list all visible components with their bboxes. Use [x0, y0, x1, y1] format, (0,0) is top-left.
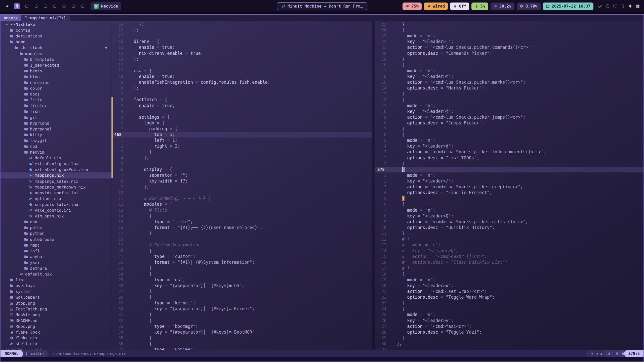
code-line[interactable]: 14 { [111, 213, 372, 219]
code-line[interactable]: 21 action = "<cmd>:set wrap!<cr>"; [375, 289, 643, 294]
tree-item[interactable]: btop [1, 74, 111, 80]
check-icon[interactable] [598, 4, 602, 8]
tree-item[interactable]: default.nix [1, 271, 111, 277]
tree-item[interactable]: chromium [1, 80, 111, 85]
code-line[interactable]: 24 { [375, 27, 643, 33]
editor-pane-right[interactable]: 25 }24 {23 mode = "n";22 key = "<leader>… [375, 21, 643, 350]
code-line[interactable]: 1 } [375, 161, 643, 167]
code-line[interactable]: 29 } [375, 335, 643, 341]
code-line[interactable]: 31 } [111, 312, 372, 318]
code-line[interactable]: 10 [111, 190, 372, 196]
code-line[interactable]: 7 mode = "n"; [375, 207, 643, 213]
code-line[interactable]: 24 { [111, 271, 372, 277]
code-line[interactable]: 22 key = "<leader>:"; [375, 39, 643, 44]
tree-item[interactable]: firefox [1, 103, 111, 109]
code-line[interactable]: 12 # { [375, 236, 643, 242]
code-line[interactable]: 9 }; [111, 184, 372, 190]
code-line[interactable]: 5 [111, 161, 372, 167]
refresh-workspace-icon[interactable] [33, 4, 38, 9]
tree-item[interactable]: rmpc [1, 242, 111, 248]
code-line[interactable]: 1 mode = "n"; [375, 172, 643, 178]
code-line[interactable]: 23 } [111, 265, 372, 271]
code-line[interactable]: 30 key = "{#separator}│ {#keys}≡ Kernel"… [111, 306, 372, 312]
code-line[interactable]: 22 format = "{#1}│ {#}System Information… [111, 259, 372, 265]
code-line[interactable]: 27 action = "<cmd>Yazi<cr>"; [375, 324, 643, 329]
code-line[interactable]: 28 options.desc = "Toggle Yazi"; [375, 329, 643, 335]
tree-root[interactable]: ~/NixFlake [1, 22, 111, 27]
calendar-chip[interactable]: 2025-07-22 16:37 [543, 3, 593, 10]
code-line[interactable]: 379 { [375, 167, 643, 172]
square-workspace-icon[interactable] [80, 4, 85, 9]
code-line[interactable]: 6 fastfetch = { [111, 97, 372, 103]
code-line[interactable]: 17 # } [375, 265, 643, 271]
tree-item[interactable]: hyprpanel [1, 126, 111, 132]
code-line[interactable]: 5 mode = "n"; [375, 138, 643, 143]
tree-item[interactable]: lazygit [1, 138, 111, 144]
tree-item[interactable]: qutebrowser [1, 236, 111, 242]
code-line[interactable]: 20 { [111, 248, 372, 254]
tree-item[interactable]: Rmpc.png [1, 324, 111, 329]
tree-item[interactable]: extraConfigLuaPost.lua [1, 167, 111, 172]
code-line[interactable]: 19 # System Information [111, 242, 372, 248]
code-line[interactable]: 28 { [111, 294, 372, 300]
code-line[interactable]: 468 top = 3; [111, 132, 372, 138]
code-line[interactable]: 25 mode = "n"; [375, 312, 643, 318]
code-line[interactable]: 22 options.desc = "Toggle Word Wrap"; [375, 294, 643, 300]
tree-item[interactable]: lib [1, 277, 111, 283]
code-line[interactable]: 8 options.desc = "Jumps Picker"; [375, 120, 643, 126]
code-line[interactable]: 11 mode = "n"; [375, 103, 643, 109]
code-line[interactable]: 27 } [111, 289, 372, 294]
code-line[interactable]: 2 right = 2; [111, 143, 372, 149]
code-line[interactable]: 20 options.desc = "Commands Picker"; [375, 51, 643, 56]
code-line[interactable]: 1 left = 1; [111, 138, 372, 143]
code-line[interactable]: 17 mode = "n"; [375, 68, 643, 74]
code-line[interactable]: 14 options.desc = "Marks Picker"; [375, 85, 643, 91]
code-line[interactable]: 15 enable = true; [111, 44, 372, 50]
tree-item[interactable]: yazi [1, 260, 111, 265]
code-line[interactable]: 17 } [111, 231, 372, 236]
tree-item[interactable]: waybar [1, 254, 111, 260]
code-line[interactable]: 8 }; [111, 85, 372, 91]
tree-item[interactable]: python [1, 231, 111, 236]
tree-item[interactable]: home [1, 39, 111, 45]
tree-item[interactable]: FastFetch.png [1, 306, 111, 312]
tree-item[interactable]: fcitx [1, 97, 111, 103]
code-line[interactable]: 36 { [111, 341, 372, 347]
code-line[interactable]: 29 type = "kernel"; [111, 300, 372, 306]
code-line[interactable]: 12 [111, 62, 372, 68]
tree-item[interactable]: config [1, 27, 111, 33]
tree-item[interactable]: Btop.png [1, 300, 111, 306]
code-line[interactable]: 2 logo = { [111, 120, 372, 126]
square-workspace-icon[interactable] [43, 4, 48, 9]
code-line[interactable]: 8 key.width = 17; [111, 178, 372, 184]
media-player-chip[interactable]: Minuit Machine – Don't Run Fro… [277, 2, 367, 10]
tree-item[interactable]: color [1, 85, 111, 91]
tree-item[interactable]: mappings.nix [1, 172, 111, 178]
tree-item[interactable]: beets [1, 68, 111, 74]
tree-item[interactable]: vim_opts.nix [1, 213, 111, 219]
code-line[interactable]: 4 }; [111, 155, 372, 161]
code-line[interactable]: 13 } [375, 91, 643, 97]
code-line[interactable]: 14 nix-direnv.enable = true; [111, 51, 372, 56]
code-line[interactable]: 15 # action = "<cmd>cexpr []<cr>"; [375, 254, 643, 259]
code-line[interactable]: 4 options.desc = "Find in Project"; [375, 190, 643, 196]
code-line[interactable]: 16 format = "{#1}┌── {#}{user-name-color… [111, 225, 372, 231]
code-line[interactable]: 8 key = "<leader>Q"; [375, 213, 643, 219]
tree-item[interactable]: mappings_markdown.nix [1, 184, 111, 190]
code-line[interactable]: 15 action = "<cmd>lua Snacks.picker.mark… [375, 79, 643, 85]
tree-item[interactable]: derivations [1, 33, 111, 39]
code-line[interactable]: 12 { [375, 97, 643, 103]
code-line[interactable]: 10 options.desc = "Quickfix History"; [375, 225, 643, 231]
code-line[interactable]: 12 modules = [ [111, 201, 372, 207]
code-line[interactable]: 26 key = "<leader>y"; [375, 318, 643, 324]
tree-item[interactable]: fish [1, 109, 111, 114]
code-line[interactable]: 16 key = "<leader>m"; [375, 74, 643, 79]
code-line[interactable]: 3 action = "<cmd>lua Snacks.picker.todo_… [375, 149, 643, 155]
tree-item[interactable]: mpd [1, 144, 111, 149]
tree-item[interactable]: shell.nix [1, 341, 111, 347]
tree-item[interactable]: paths [1, 225, 111, 231]
tree-item[interactable]: vale_config.ini [1, 207, 111, 213]
code-line[interactable]: 10 enable = true; [111, 74, 372, 79]
code-line[interactable]: 11 eza = { [111, 68, 372, 74]
code-line[interactable]: 7 [111, 91, 372, 97]
